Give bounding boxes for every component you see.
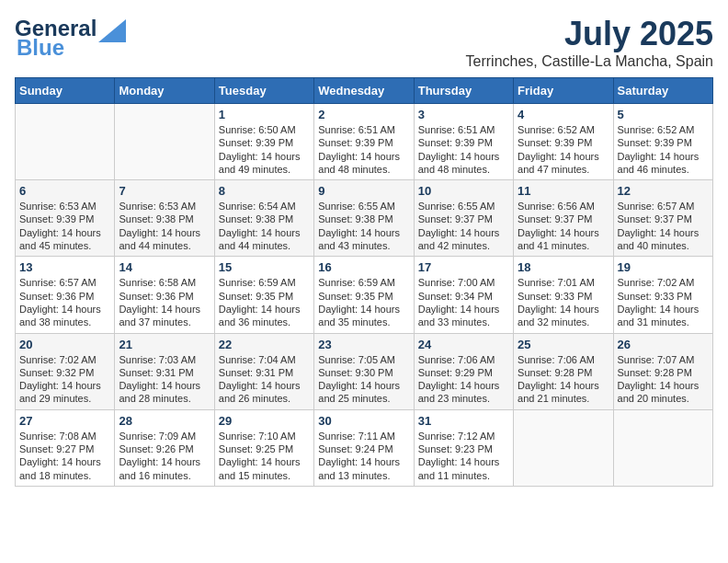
day-info: Sunrise: 6:52 AM: [618, 123, 709, 136]
calendar-cell: [514, 409, 613, 486]
calendar-cell: 22Sunrise: 7:04 AMSunset: 9:31 PMDayligh…: [214, 333, 313, 409]
day-number: 6: [19, 184, 110, 198]
calendar-cell: 26Sunrise: 7:07 AMSunset: 9:28 PMDayligh…: [613, 333, 712, 409]
calendar-cell: 10Sunrise: 6:55 AMSunset: 9:37 PMDayligh…: [414, 180, 513, 257]
header-thursday: Thursday: [414, 78, 513, 104]
day-number: 2: [318, 108, 409, 121]
day-number: 9: [318, 184, 409, 198]
day-info: Sunrise: 6:53 AM: [119, 200, 210, 213]
day-info: Sunrise: 7:05 AM: [318, 353, 409, 366]
day-info: Sunrise: 7:06 AM: [518, 353, 609, 366]
day-info: Sunrise: 6:59 AM: [219, 276, 310, 289]
calendar-cell: 3Sunrise: 6:51 AMSunset: 9:39 PMDaylight…: [414, 104, 513, 180]
day-info: Sunrise: 6:54 AM: [219, 200, 310, 213]
day-info: Sunset: 9:39 PM: [618, 136, 709, 149]
day-info: Sunrise: 7:02 AM: [19, 353, 110, 366]
day-number: 31: [418, 414, 509, 428]
day-number: 22: [219, 338, 310, 351]
calendar-cell: [115, 104, 214, 180]
day-info: Sunrise: 6:58 AM: [119, 276, 210, 289]
header-monday: Monday: [115, 78, 214, 104]
calendar-cell: 29Sunrise: 7:10 AMSunset: 9:25 PMDayligh…: [214, 409, 313, 486]
day-info: Sunset: 9:28 PM: [518, 366, 609, 379]
day-info: Sunset: 9:38 PM: [318, 213, 409, 225]
day-info: Daylight: 14 hours and 20 minutes.: [618, 379, 709, 406]
calendar-week-4: 20Sunrise: 7:02 AMSunset: 9:32 PMDayligh…: [16, 333, 713, 409]
day-number: 17: [418, 260, 509, 274]
day-info: Daylight: 14 hours and 44 minutes.: [219, 226, 310, 253]
day-info: Sunrise: 7:06 AM: [418, 353, 509, 366]
day-info: Sunrise: 6:51 AM: [418, 123, 509, 136]
day-info: Daylight: 14 hours and 46 minutes.: [618, 150, 709, 177]
day-info: Sunset: 9:25 PM: [219, 442, 310, 455]
logo-blue: Blue: [17, 35, 64, 61]
day-info: Daylight: 14 hours and 23 minutes.: [418, 379, 509, 406]
day-info: Daylight: 14 hours and 15 minutes.: [219, 455, 310, 482]
day-info: Sunrise: 6:53 AM: [19, 200, 110, 213]
day-info: Sunrise: 6:52 AM: [518, 123, 609, 136]
day-number: 19: [618, 260, 709, 274]
day-number: 13: [19, 260, 110, 274]
header-tuesday: Tuesday: [214, 78, 313, 104]
calendar-week-5: 27Sunrise: 7:08 AMSunset: 9:27 PMDayligh…: [16, 409, 713, 486]
day-info: Sunrise: 6:59 AM: [318, 276, 409, 289]
calendar-cell: 31Sunrise: 7:12 AMSunset: 9:23 PMDayligh…: [414, 409, 513, 486]
day-info: Sunset: 9:26 PM: [119, 442, 210, 455]
day-info: Sunset: 9:38 PM: [219, 213, 310, 225]
day-info: Daylight: 14 hours and 45 minutes.: [19, 226, 110, 253]
calendar-cell: 11Sunrise: 6:56 AMSunset: 9:37 PMDayligh…: [514, 180, 613, 257]
day-number: 7: [119, 184, 210, 198]
day-number: 29: [219, 414, 310, 428]
day-number: 4: [518, 108, 609, 121]
day-number: 26: [618, 338, 709, 351]
day-number: 30: [318, 414, 409, 428]
calendar-week-1: 1Sunrise: 6:50 AMSunset: 9:39 PMDaylight…: [16, 104, 713, 180]
day-info: Sunset: 9:35 PM: [318, 290, 409, 303]
day-info: Sunrise: 6:55 AM: [418, 200, 509, 213]
logo: General Blue: [15, 15, 126, 61]
day-number: 16: [318, 260, 409, 274]
calendar-cell: 1Sunrise: 6:50 AMSunset: 9:39 PMDaylight…: [214, 104, 313, 180]
day-info: Daylight: 14 hours and 44 minutes.: [119, 226, 210, 253]
calendar-cell: 12Sunrise: 6:57 AMSunset: 9:37 PMDayligh…: [613, 180, 712, 257]
calendar-cell: 25Sunrise: 7:06 AMSunset: 9:28 PMDayligh…: [514, 333, 613, 409]
day-info: Sunset: 9:24 PM: [318, 442, 409, 455]
day-info: Sunrise: 6:57 AM: [618, 200, 709, 213]
day-info: Daylight: 14 hours and 13 minutes.: [318, 455, 409, 482]
calendar-cell: 21Sunrise: 7:03 AMSunset: 9:31 PMDayligh…: [115, 333, 214, 409]
day-info: Daylight: 14 hours and 47 minutes.: [518, 150, 609, 177]
day-number: 14: [119, 260, 210, 274]
day-number: 1: [219, 108, 310, 121]
day-info: Sunrise: 7:00 AM: [418, 276, 509, 289]
calendar-cell: [16, 104, 115, 180]
day-info: Daylight: 14 hours and 33 minutes.: [418, 303, 509, 329]
day-number: 18: [518, 260, 609, 274]
day-info: Sunrise: 7:10 AM: [219, 430, 310, 442]
day-info: Sunset: 9:33 PM: [518, 290, 609, 303]
day-info: Daylight: 14 hours and 16 minutes.: [119, 455, 210, 482]
day-info: Sunset: 9:33 PM: [618, 290, 709, 303]
day-info: Daylight: 14 hours and 41 minutes.: [518, 226, 609, 253]
calendar-cell: 19Sunrise: 7:02 AMSunset: 9:33 PMDayligh…: [613, 257, 712, 333]
day-number: 15: [219, 260, 310, 274]
day-info: Sunrise: 7:01 AM: [518, 276, 609, 289]
day-info: Sunset: 9:31 PM: [219, 366, 310, 379]
day-info: Sunset: 9:32 PM: [19, 366, 110, 379]
day-info: Sunset: 9:27 PM: [19, 442, 110, 455]
day-info: Daylight: 14 hours and 42 minutes.: [418, 226, 509, 253]
day-info: Sunrise: 7:11 AM: [318, 430, 409, 442]
day-info: Daylight: 14 hours and 21 minutes.: [518, 379, 609, 406]
calendar-header: Sunday Monday Tuesday Wednesday Thursday…: [16, 78, 713, 104]
day-info: Sunset: 9:34 PM: [418, 290, 509, 303]
header-friday: Friday: [514, 78, 613, 104]
day-info: Sunrise: 6:50 AM: [219, 123, 310, 136]
day-number: 20: [19, 338, 110, 351]
day-info: Sunrise: 7:08 AM: [19, 430, 110, 442]
calendar-week-3: 13Sunrise: 6:57 AMSunset: 9:36 PMDayligh…: [16, 257, 713, 333]
day-info: Sunset: 9:39 PM: [219, 136, 310, 149]
day-info: Daylight: 14 hours and 40 minutes.: [618, 226, 709, 253]
day-number: 10: [418, 184, 509, 198]
calendar-cell: 24Sunrise: 7:06 AMSunset: 9:29 PMDayligh…: [414, 333, 513, 409]
day-info: Daylight: 14 hours and 36 minutes.: [219, 303, 310, 329]
day-info: Sunset: 9:28 PM: [618, 366, 709, 379]
